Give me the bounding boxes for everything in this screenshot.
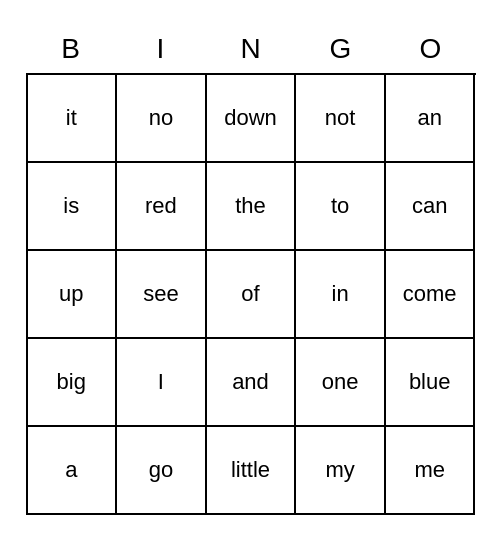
bingo-cell: red — [117, 163, 207, 251]
bingo-cell: me — [386, 427, 476, 515]
bingo-cell: is — [28, 163, 118, 251]
bingo-cell: blue — [386, 339, 476, 427]
bingo-cell: no — [117, 75, 207, 163]
bingo-cell: not — [296, 75, 386, 163]
bingo-card: BINGO itnodownnotanisredthetocanupseeofi… — [26, 29, 476, 515]
bingo-header-letter: I — [116, 29, 206, 69]
bingo-row: isredthetocan — [28, 163, 476, 251]
bingo-cell: my — [296, 427, 386, 515]
bingo-cell: down — [207, 75, 297, 163]
bingo-row: agolittlemyme — [28, 427, 476, 515]
bingo-cell: up — [28, 251, 118, 339]
bingo-row: bigIandoneblue — [28, 339, 476, 427]
bingo-row: itnodownnotan — [28, 75, 476, 163]
bingo-cell: go — [117, 427, 207, 515]
bingo-cell: and — [207, 339, 297, 427]
bingo-cell: an — [386, 75, 476, 163]
bingo-cell: I — [117, 339, 207, 427]
bingo-cell: to — [296, 163, 386, 251]
bingo-cell: it — [28, 75, 118, 163]
bingo-cell: little — [207, 427, 297, 515]
bingo-header-letter: G — [296, 29, 386, 69]
bingo-cell: can — [386, 163, 476, 251]
bingo-grid: itnodownnotanisredthetocanupseeofincomeb… — [26, 73, 476, 515]
bingo-cell: big — [28, 339, 118, 427]
bingo-header-letter: B — [26, 29, 116, 69]
bingo-header: BINGO — [26, 29, 476, 69]
bingo-cell: see — [117, 251, 207, 339]
bingo-cell: come — [386, 251, 476, 339]
bingo-cell: a — [28, 427, 118, 515]
bingo-cell: of — [207, 251, 297, 339]
bingo-header-letter: O — [386, 29, 476, 69]
bingo-cell: the — [207, 163, 297, 251]
bingo-cell: in — [296, 251, 386, 339]
bingo-header-letter: N — [206, 29, 296, 69]
bingo-row: upseeofincome — [28, 251, 476, 339]
bingo-cell: one — [296, 339, 386, 427]
